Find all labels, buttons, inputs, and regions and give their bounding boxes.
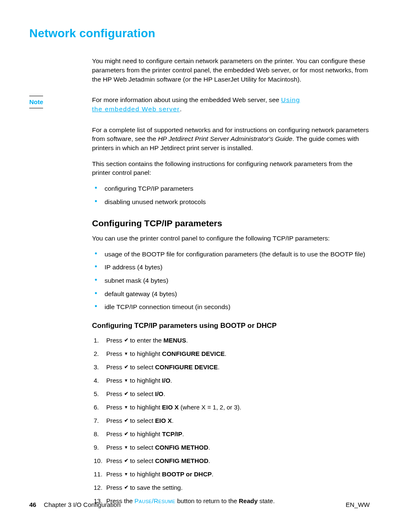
step-item: Press ✔ to select I/O. (94, 389, 370, 398)
chapter-label: Chapter 3 I/O Configuration (44, 501, 120, 508)
check-icon: ✔ (124, 363, 128, 371)
guide-name: HP Jetdirect Print Server Administrator'… (158, 135, 292, 142)
step-item: Press ▼ to highlight EIO X (where X = 1,… (94, 403, 370, 412)
step-item: Press ✔ to enter the MENUS. (94, 336, 370, 345)
down-arrow-icon: ▼ (124, 351, 128, 357)
step-item: Press ▼ to highlight CONFIGURE DEVICE. (94, 349, 370, 358)
check-icon: ✔ (124, 417, 128, 424)
list-item: subnet mask (4 bytes) (92, 276, 370, 285)
section-instructions-paragraph: This section contains the following inst… (92, 159, 370, 177)
note-pre: For more information about using the emb… (92, 96, 281, 103)
link-using-embedded-web-server[interactable]: Using (281, 96, 300, 103)
list-item: disabling unused network protocols (92, 197, 370, 207)
page-title: Network configuration (29, 25, 370, 41)
footer-right: EN_WW (346, 500, 370, 509)
down-arrow-icon: ▼ (124, 471, 128, 477)
check-icon: ✔ (124, 457, 128, 464)
step-item: Press ✔ to save the setting. (94, 483, 370, 492)
step-item: Press ▼ to highlight BOOTP or DHCP. (94, 470, 370, 478)
check-icon: ✔ (124, 390, 128, 397)
supported-networks-paragraph: For a complete list of supported network… (92, 125, 370, 153)
check-icon: ✔ (124, 484, 128, 491)
check-icon: ✔ (124, 337, 128, 344)
tcpip-param-list: usage of the BOOTP file for configuratio… (92, 250, 370, 312)
down-arrow-icon: ▼ (124, 378, 128, 384)
note-label: Note (29, 98, 43, 105)
step-item: Press ▼ to highlight I/O. (94, 376, 370, 385)
list-item: configuring TCP/IP parameters (92, 184, 370, 193)
step-item: Press ✔ to select CONFIGURE DEVICE. (94, 363, 370, 371)
list-item: default gateway (4 bytes) (92, 289, 370, 299)
intro-paragraph: You might need to configure certain netw… (92, 56, 370, 84)
instruction-list: configuring TCP/IP parameters disabling … (92, 184, 370, 206)
check-icon: ✔ (124, 430, 128, 437)
down-arrow-icon: ▼ (124, 404, 128, 410)
page-number: 46 (29, 501, 36, 508)
list-item: idle TCP/IP connection timeout (in secon… (92, 302, 370, 312)
note-post: . (180, 105, 182, 113)
step-item: Press ▼ to select CONFIG METHOD. (94, 443, 370, 452)
step-item: Press ✔ to highlight TCP/IP. (94, 430, 370, 438)
down-arrow-icon: ▼ (124, 445, 128, 450)
note-paragraph: For more information about using the emb… (92, 95, 370, 113)
section-heading-bootp-dhcp: Configuring TCP/IP parameters using BOOT… (92, 321, 370, 331)
tcpip-intro: You can use the printer control panel to… (92, 234, 370, 243)
page-footer: 46 Chapter 3 I/O Configuration EN_WW (29, 500, 370, 509)
section-heading-tcpip: Configuring TCP/IP parameters (92, 217, 370, 229)
list-item: usage of the BOOTP file for configuratio… (92, 250, 370, 259)
steps-list: Press ✔ to enter the MENUS.Press ▼ to hi… (92, 336, 370, 505)
link-using-embedded-web-server-2[interactable]: the embedded Web server (92, 105, 180, 113)
step-item: Press ✔ to select CONFIG METHOD. (94, 456, 370, 465)
step-item: Press ✔ to select EIO X. (94, 416, 370, 425)
list-item: IP address (4 bytes) (92, 263, 370, 272)
